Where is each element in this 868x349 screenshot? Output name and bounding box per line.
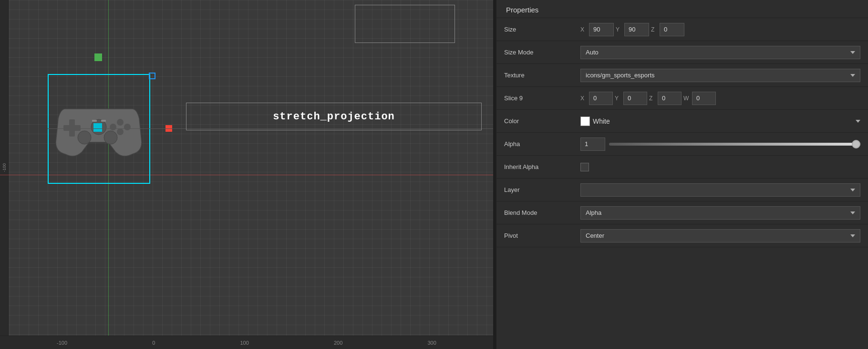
stretch-projection-label: stretch_projection <box>273 111 395 123</box>
prop-label-inherit-alpha: Inherit Alpha <box>504 163 580 170</box>
z-label-size: Z <box>651 26 658 33</box>
prop-value-color: White <box>580 116 860 126</box>
texture-value: icons/gm_sports_esports <box>586 72 655 79</box>
svg-point-4 <box>117 119 124 126</box>
ruler-label-2: 100 <box>240 340 249 346</box>
canvas-viewport[interactable]: -100 + <box>0 0 493 349</box>
prop-value-texture: icons/gm_sports_esports <box>580 69 860 82</box>
inherit-alpha-checkbox[interactable] <box>580 163 589 171</box>
prop-value-alpha <box>580 137 860 151</box>
ruler-label-0: -100 <box>57 340 67 346</box>
prop-value-slice9: X Y Z W <box>580 92 860 105</box>
svg-rect-10 <box>92 120 97 122</box>
pivot-dropdown[interactable]: Center <box>580 229 860 243</box>
handle-center-cyan[interactable] <box>93 123 102 132</box>
alpha-input[interactable] <box>580 137 605 151</box>
pivot-value: Center <box>586 232 604 239</box>
svg-point-6 <box>110 124 116 130</box>
prop-row-pivot: Pivot Center <box>496 224 868 247</box>
size-z-input[interactable] <box>660 23 684 36</box>
ruler-label-4: 300 <box>428 340 436 346</box>
prop-value-layer <box>580 183 860 197</box>
prop-label-texture: Texture <box>504 72 580 79</box>
blend-mode-value: Alpha <box>586 209 601 216</box>
texture-dropdown[interactable]: icons/gm_sports_esports <box>580 69 860 82</box>
prop-row-slice9: Slice 9 X Y Z W <box>496 87 868 110</box>
prop-row-size: Size X Y Z <box>496 18 868 41</box>
w-label-slice9: W <box>683 95 690 102</box>
ruler-label-3: 200 <box>334 340 342 346</box>
ruler-left: -100 <box>0 0 9 336</box>
ruler-left-label: -100 <box>2 163 7 172</box>
slice9-w-input[interactable] <box>692 92 716 105</box>
pivot-chevron <box>850 234 855 237</box>
prop-value-pivot: Center <box>580 229 860 243</box>
y-label-size: Y <box>616 26 622 33</box>
svg-point-8 <box>78 131 91 144</box>
prop-row-blend-mode: Blend Mode Alpha <box>496 201 868 224</box>
blend-mode-dropdown[interactable]: Alpha <box>580 206 860 220</box>
prop-label-slice9: Slice 9 <box>504 95 580 102</box>
x-label-slice9: X <box>580 95 587 102</box>
color-swatch[interactable] <box>580 116 590 126</box>
slice9-x-input[interactable] <box>589 92 613 105</box>
layer-chevron <box>850 189 855 191</box>
svg-point-7 <box>117 128 124 135</box>
prop-row-inherit-alpha: Inherit Alpha <box>496 156 868 179</box>
ruler-label-1: 0 <box>152 340 155 346</box>
prop-label-size: Size <box>504 26 580 33</box>
prop-row-color: Color White <box>496 110 868 133</box>
prop-label-size-mode: Size Mode <box>504 49 580 56</box>
prop-value-blend-mode: Alpha <box>580 206 860 220</box>
stretch-projection-box: stretch_projection <box>186 103 482 130</box>
size-mode-value: Auto <box>586 49 599 56</box>
slice9-y-input[interactable] <box>623 92 647 105</box>
alpha-slider-thumb[interactable] <box>852 140 860 148</box>
color-dropdown-chevron[interactable] <box>856 120 860 123</box>
svg-point-5 <box>124 124 131 130</box>
prop-label-layer: Layer <box>504 186 580 193</box>
ruler-bottom: -100 0 100 200 300 <box>0 336 493 349</box>
panel-title: Properties <box>496 0 868 18</box>
layer-dropdown[interactable] <box>580 183 860 197</box>
svg-point-9 <box>104 131 117 144</box>
prop-label-alpha: Alpha <box>504 140 580 148</box>
svg-rect-11 <box>101 120 106 122</box>
svg-rect-1 <box>63 125 81 131</box>
alpha-slider-track[interactable] <box>609 143 860 146</box>
prop-row-layer: Layer <box>496 179 868 201</box>
x-label-size: X <box>580 26 587 33</box>
top-right-box <box>355 5 455 43</box>
handle-corner-blue[interactable] <box>149 73 155 79</box>
prop-value-size-mode: Auto <box>580 46 860 59</box>
size-y-input[interactable] <box>624 23 649 36</box>
size-mode-dropdown[interactable]: Auto <box>580 46 860 59</box>
slice9-z-input[interactable] <box>658 92 682 105</box>
prop-label-color: Color <box>504 117 580 125</box>
prop-label-blend-mode: Blend Mode <box>504 209 580 216</box>
blend-mode-chevron <box>850 212 855 214</box>
texture-chevron <box>850 74 855 77</box>
prop-value-inherit-alpha <box>580 163 860 171</box>
prop-row-texture: Texture icons/gm_sports_esports <box>496 64 868 87</box>
properties-panel: Properties Size X Y Z Size Mode Auto Tex… <box>496 0 868 349</box>
color-value-text: White <box>593 117 610 125</box>
prop-row-alpha: Alpha <box>496 133 868 156</box>
prop-row-size-mode: Size Mode Auto <box>496 41 868 64</box>
prop-label-pivot: Pivot <box>504 232 580 239</box>
handle-top-green[interactable] <box>94 53 102 61</box>
size-mode-chevron <box>850 51 855 54</box>
z-label-slice9: Z <box>649 95 656 102</box>
prop-value-size: X Y Z <box>580 23 860 36</box>
y-label-slice9: Y <box>615 95 621 102</box>
size-x-input[interactable] <box>589 23 614 36</box>
